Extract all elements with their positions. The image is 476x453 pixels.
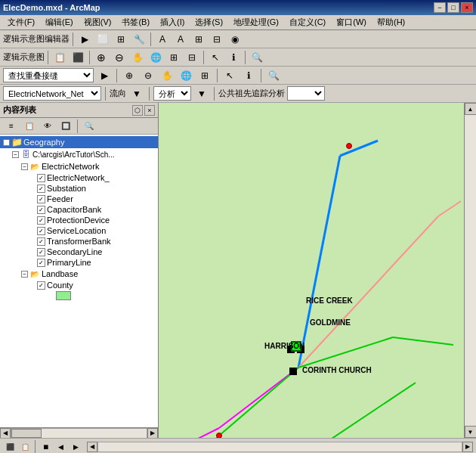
checkbox-servicelocation[interactable] bbox=[37, 227, 45, 235]
tree-item-substation[interactable]: Substation bbox=[0, 183, 158, 194]
toc-scroll-left[interactable]: ◀ bbox=[0, 428, 11, 439]
scroll-up-btn[interactable]: ▲ bbox=[465, 103, 477, 115]
expand-electricnetwork[interactable]: − bbox=[21, 163, 28, 170]
tb-btn-1[interactable]: ▶ bbox=[76, 32, 93, 47]
tree-item-servicelocation[interactable]: ServiceLocation bbox=[0, 225, 158, 236]
nav-forward[interactable]: ▶ bbox=[69, 440, 82, 454]
analysis-mode-btn[interactable]: ▼ bbox=[193, 86, 210, 101]
tb-map-find[interactable]: 🔍 bbox=[265, 68, 282, 83]
tb-btn-9[interactable]: ◉ bbox=[227, 32, 243, 47]
toc-tab-vis[interactable]: 👁 bbox=[39, 119, 56, 134]
toc-scroll-track[interactable] bbox=[11, 428, 147, 439]
network-dropdown[interactable]: ElectricNetwork_Net bbox=[3, 86, 101, 101]
tree-item-geography[interactable]: − 📁 Geography bbox=[0, 136, 158, 148]
toc-tab-select[interactable]: 🔲 bbox=[57, 119, 74, 134]
tb-map-nav1[interactable]: ⊕ bbox=[121, 68, 138, 83]
tb-info[interactable]: ℹ bbox=[225, 50, 242, 65]
checkbox-primaryline[interactable] bbox=[37, 259, 45, 267]
tb-find-btn[interactable]: ▶ bbox=[96, 68, 113, 83]
toc-scroll-right[interactable]: ▶ bbox=[147, 428, 158, 439]
tree-item-landbase[interactable]: − 📂 Landbase bbox=[0, 268, 158, 280]
map-area[interactable]: RICE CREEK GOLDMINE HARRISON CORINTH CHU… bbox=[159, 103, 476, 438]
menu-view[interactable]: 视图(V) bbox=[79, 16, 116, 29]
toc-tab-source[interactable]: 📋 bbox=[21, 119, 38, 134]
checkbox-substation[interactable] bbox=[37, 185, 45, 193]
expand-landbase[interactable]: − bbox=[21, 271, 28, 278]
menu-customize[interactable]: 自定义(C) bbox=[285, 16, 330, 29]
checkbox-feeder[interactable] bbox=[37, 195, 45, 203]
menu-file[interactable]: 文件(F) bbox=[3, 16, 39, 29]
map-hscroll[interactable]: ◀ ▶ bbox=[87, 442, 473, 452]
node-green-selected[interactable] bbox=[291, 341, 301, 352]
scroll-down-btn[interactable]: ▼ bbox=[465, 426, 477, 438]
tb-map-nav2[interactable]: ⊖ bbox=[140, 68, 156, 83]
find-dropdown[interactable]: 查找重叠接缝 bbox=[3, 68, 94, 82]
menu-bookmarks[interactable]: 书签(B) bbox=[117, 16, 154, 29]
menu-help[interactable]: 帮助(H) bbox=[372, 16, 410, 29]
tree-item-transformerbank[interactable]: TransformerBank bbox=[0, 236, 158, 247]
flow-btn[interactable]: ▼ bbox=[128, 86, 145, 101]
tree-item-capacitorbank[interactable]: CapacitorBank bbox=[0, 204, 158, 215]
tb-nav-globe[interactable]: 🌐 bbox=[147, 50, 164, 65]
toc-float-btn[interactable]: ⬡ bbox=[132, 105, 143, 116]
maximize-button[interactable]: □ bbox=[447, 2, 459, 13]
tb-map-nav5[interactable]: ⊞ bbox=[196, 68, 213, 83]
map-scroll-right[interactable]: ▶ bbox=[462, 442, 473, 452]
toc-search[interactable]: 🔍 bbox=[81, 119, 97, 134]
tree-item-electricnetwork[interactable]: − 📂 ElectricNetwork bbox=[0, 160, 158, 172]
tb-btn-2[interactable]: ⬜ bbox=[94, 32, 111, 47]
checkbox-protectiondevice[interactable] bbox=[37, 216, 45, 225]
minimize-button[interactable]: − bbox=[434, 2, 446, 13]
map-scroll-track[interactable] bbox=[97, 442, 462, 452]
tree-item-en-layer[interactable]: ElectricNetwork_ bbox=[0, 172, 158, 183]
tb-select[interactable]: ↖ bbox=[207, 50, 224, 65]
tb-btn-3[interactable]: ⊞ bbox=[113, 32, 129, 47]
nav-first[interactable]: ⬛ bbox=[3, 440, 17, 454]
tb-nav-extent2[interactable]: ⊟ bbox=[184, 50, 200, 65]
checkbox-secondaryline[interactable] bbox=[37, 248, 45, 256]
tb-nav-pan[interactable]: ✋ bbox=[129, 50, 146, 65]
tb-diagram-btn1[interactable]: 📋 bbox=[51, 50, 68, 65]
toc-scrollbar[interactable]: ◀ ▶ bbox=[0, 427, 158, 438]
toc-close-btn[interactable]: × bbox=[144, 105, 155, 116]
tb-btn-8[interactable]: ⊟ bbox=[209, 32, 225, 47]
menu-geoprocessing[interactable]: 地理处理(G) bbox=[229, 16, 283, 29]
tb-map-info[interactable]: ℹ bbox=[240, 68, 257, 83]
map-scrollbar-vertical[interactable]: ▲ ▼ bbox=[464, 103, 476, 438]
tree-item-county[interactable]: County bbox=[0, 280, 158, 290]
tree-item-primaryline[interactable]: PrimaryLine bbox=[0, 257, 158, 268]
checkbox-en-layer[interactable] bbox=[37, 174, 45, 182]
toc-tree[interactable]: − 📁 Geography − 🗄 C:\arcgis\ArcTutor\Sch… bbox=[0, 135, 158, 427]
toc-tab-list[interactable]: ≡ bbox=[3, 119, 20, 134]
checkbox-capacitorbank[interactable] bbox=[37, 206, 45, 214]
toc-scroll-thumb[interactable] bbox=[11, 429, 42, 438]
tb-btn-5[interactable]: A bbox=[154, 32, 171, 47]
tb-map-nav4[interactable]: 🌐 bbox=[178, 68, 194, 83]
tb-nav-extent[interactable]: ⊞ bbox=[165, 50, 182, 65]
tree-item-path[interactable]: − 🗄 C:\arcgis\ArcTutor\Sch... bbox=[0, 148, 158, 160]
menu-window[interactable]: 窗口(W) bbox=[332, 16, 371, 29]
tb-btn-6[interactable]: A bbox=[172, 32, 189, 47]
map-scroll-left[interactable]: ◀ bbox=[87, 442, 97, 452]
tb-nav-zoom-out[interactable]: ⊖ bbox=[111, 50, 128, 65]
expand-path[interactable]: − bbox=[12, 151, 19, 158]
checkbox-transformerbank[interactable] bbox=[37, 237, 45, 246]
tree-item-protectiondevice[interactable]: ProtectionDevice bbox=[0, 215, 158, 225]
expand-geography[interactable]: − bbox=[3, 139, 10, 146]
tree-item-secondaryline[interactable]: SecondaryLine bbox=[0, 247, 158, 257]
scroll-track-vertical[interactable] bbox=[465, 115, 477, 426]
trace-dropdown[interactable] bbox=[287, 86, 325, 101]
nav-prev[interactable]: 📋 bbox=[18, 440, 32, 454]
tb-btn-7[interactable]: ⊞ bbox=[190, 32, 207, 47]
nav-stop[interactable]: ⏹ bbox=[39, 440, 52, 454]
nav-back[interactable]: ◀ bbox=[54, 440, 67, 454]
tb-map-nav3[interactable]: ✋ bbox=[159, 68, 175, 83]
menu-insert[interactable]: 插入(I) bbox=[156, 16, 189, 29]
menu-selection[interactable]: 选择(S) bbox=[190, 16, 227, 29]
analysis-dropdown[interactable]: 分析 bbox=[153, 86, 191, 101]
menu-edit[interactable]: 编辑(E) bbox=[41, 16, 78, 29]
tb-btn-4[interactable]: 🔧 bbox=[131, 32, 147, 47]
tb-map-sel[interactable]: ↖ bbox=[221, 68, 238, 83]
tb-nav-zoom-in[interactable]: ⊕ bbox=[93, 50, 110, 65]
tree-item-feeder[interactable]: Feeder bbox=[0, 194, 158, 204]
